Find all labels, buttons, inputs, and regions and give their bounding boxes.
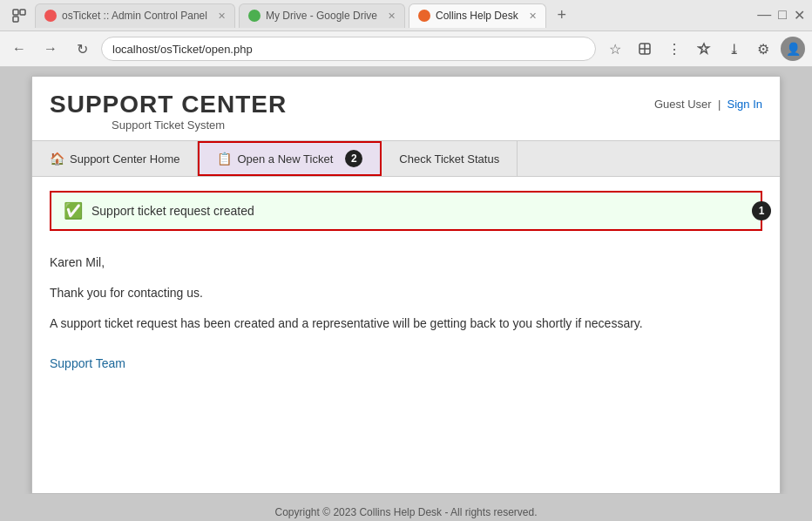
tab-favicon-collins bbox=[418, 10, 430, 22]
tab-switcher-icon[interactable] bbox=[7, 3, 31, 28]
site-subtitle: Support Ticket System bbox=[50, 118, 287, 132]
tab-close-collins[interactable]: ✕ bbox=[529, 10, 537, 22]
download-icon[interactable]: ⤓ bbox=[721, 37, 746, 61]
page-wrapper: SUPPORT CENTER Support Ticket System Gue… bbox=[0, 67, 812, 521]
message-signature: Support Team bbox=[50, 353, 762, 375]
tab-label-collins: Collins Help Desk bbox=[436, 10, 518, 22]
footer-text: Copyright © 2023 Collins Help Desk - All… bbox=[275, 506, 538, 518]
title-bar: osTicket :: Admin Control Panel ✕ My Dri… bbox=[0, 0, 812, 31]
tab-favicon-osticket bbox=[44, 10, 57, 22]
footer-wrapper: Copyright © 2023 Collins Help Desk - All… bbox=[0, 494, 812, 521]
nav-label-new-ticket: Open a New Ticket bbox=[237, 152, 333, 166]
sign-in-link[interactable]: Sign In bbox=[727, 98, 762, 111]
home-icon: 🏠 bbox=[50, 152, 64, 166]
site-title-heading: SUPPORT CENTER bbox=[50, 91, 287, 118]
new-tab-button[interactable]: + bbox=[550, 3, 574, 28]
ticket-icon: 📋 bbox=[217, 152, 232, 166]
nav-label-check-status: Check Ticket Status bbox=[399, 152, 499, 166]
nav-item-check-status[interactable]: Check Ticket Status bbox=[382, 141, 518, 176]
tab-label-osticket: osTicket :: Admin Control Panel bbox=[62, 10, 207, 22]
back-button[interactable]: ← bbox=[7, 37, 31, 61]
tab-gdrive[interactable]: My Drive - Google Drive ✕ bbox=[239, 3, 405, 28]
extensions-icon[interactable] bbox=[633, 37, 657, 61]
profile-avatar[interactable]: 👤 bbox=[781, 37, 805, 61]
nav-label-home: Support Center Home bbox=[70, 152, 179, 166]
tab-close-gdrive[interactable]: ✕ bbox=[388, 10, 396, 22]
browser-menu-icon[interactable]: ⋮ bbox=[662, 37, 687, 61]
site-title: SUPPORT CENTER Support Ticket System bbox=[50, 91, 287, 132]
nav-bar: 🏠 Support Center Home 📋 Open a New Ticke… bbox=[32, 140, 780, 177]
address-bar-row: ← → ↻ ☆ ⋮ ⤓ ⚙ 👤 bbox=[0, 31, 812, 66]
favorites-icon[interactable] bbox=[692, 37, 716, 61]
header-user-area: Guest User | Sign In bbox=[654, 91, 762, 111]
window-controls: — □ ✕ bbox=[757, 7, 805, 24]
reload-button[interactable]: ↻ bbox=[70, 37, 94, 61]
message-greeting: Karen Mil, bbox=[50, 252, 762, 274]
message-line1: Thank you for contacting us. bbox=[50, 282, 762, 304]
success-notice: ✅ Support ticket request created 1 bbox=[50, 191, 762, 231]
tab-close-osticket[interactable]: ✕ bbox=[218, 10, 226, 22]
page-footer: Copyright © 2023 Collins Help Desk - All… bbox=[0, 501, 812, 521]
nav-item-home[interactable]: 🏠 Support Center Home bbox=[32, 141, 198, 176]
maximize-button[interactable]: □ bbox=[778, 7, 787, 24]
address-input[interactable] bbox=[101, 37, 596, 61]
nav-badge: 2 bbox=[345, 150, 362, 167]
minimize-button[interactable]: — bbox=[757, 7, 771, 24]
bookmark-star-icon[interactable]: ☆ bbox=[603, 37, 627, 61]
tab-label-gdrive: My Drive - Google Drive bbox=[266, 10, 377, 22]
svg-rect-2 bbox=[13, 17, 18, 22]
tab-osticket[interactable]: osTicket :: Admin Control Panel ✕ bbox=[35, 3, 235, 28]
close-window-button[interactable]: ✕ bbox=[794, 7, 805, 24]
notification-text: Support ticket request created bbox=[91, 204, 254, 218]
guest-user-label: Guest User bbox=[654, 98, 712, 111]
page-container: SUPPORT CENTER Support Ticket System Gue… bbox=[31, 76, 781, 494]
success-icon: ✅ bbox=[64, 201, 83, 220]
browser-chrome: osTicket :: Admin Control Panel ✕ My Dri… bbox=[0, 0, 812, 67]
nav-item-new-ticket[interactable]: 📋 Open a New Ticket 2 bbox=[198, 141, 382, 176]
tab-collins[interactable]: Collins Help Desk ✕ bbox=[409, 3, 546, 28]
forward-button[interactable]: → bbox=[38, 37, 63, 61]
message-line2: A support ticket request has been create… bbox=[50, 313, 762, 335]
notification-badge: 1 bbox=[752, 201, 771, 220]
tab-favicon-gdrive bbox=[248, 10, 261, 22]
content-area: ✅ Support ticket request created 1 Karen… bbox=[32, 177, 780, 401]
svg-rect-1 bbox=[20, 10, 25, 15]
settings-icon[interactable]: ⚙ bbox=[751, 37, 775, 61]
toolbar-icons: ☆ ⋮ ⤓ ⚙ 👤 bbox=[603, 37, 805, 61]
svg-rect-0 bbox=[13, 10, 18, 15]
message-body: Karen Mil, Thank you for contacting us. … bbox=[50, 248, 762, 387]
site-header: SUPPORT CENTER Support Ticket System Gue… bbox=[32, 77, 780, 140]
